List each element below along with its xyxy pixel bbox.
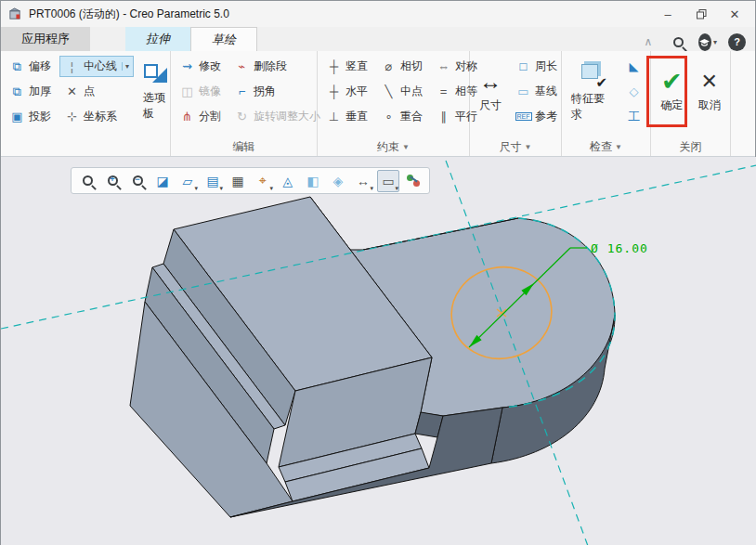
window-title: PRT0006 (活动的) - Creo Parametric 5.0 [29, 6, 229, 22]
saved-orientations-icon[interactable]: ▤▾ [202, 170, 224, 192]
tab-sketch[interactable]: 草绘 [190, 27, 257, 51]
help-icon[interactable]: ? [728, 33, 746, 51]
view-manager-icon[interactable]: ▦ [227, 170, 249, 192]
group-label-1: 编辑 [171, 137, 317, 156]
ribbon-group-sketching: ⧉偏移¦中心线▾⧉加厚✕点▣投影⊹坐标系选项板 [1, 51, 171, 156]
thicken-button[interactable]: ⧉加厚 [5, 81, 56, 102]
dimension-value[interactable]: Ø 16.00 [591, 241, 648, 255]
constraint-perpendicular-button[interactable]: ⊥垂直 [321, 106, 372, 127]
overlapping-geometry-button[interactable]: 工 [621, 106, 646, 128]
ribbon-group-关闭: ✔确定✕取消关闭 [651, 51, 731, 156]
project-button[interactable]: ▣投影 [5, 106, 56, 127]
constraint-horizontal-button-label: 水平 [345, 84, 368, 99]
learning-caret-icon: ▾ [713, 38, 717, 46]
thicken-icon: ⧉ [9, 84, 25, 99]
ok-button[interactable]: ✔确定 [655, 68, 689, 115]
constraint-horizontal-button[interactable]: ┼水平 [321, 81, 372, 102]
reference-dim-button-label: 参考 [535, 109, 557, 124]
cancel-button[interactable]: ✕取消 [693, 68, 727, 115]
reference-dim-button[interactable]: REF参考 [511, 106, 562, 127]
baseline-button[interactable]: ▭基线 [511, 81, 562, 102]
graphics-area[interactable]: +−◪▱▾▤▾▦⌖▾◬◧◈↔▾▭▾ [1, 157, 756, 545]
divide-button[interactable]: ⋔分割 [175, 106, 226, 127]
datum-display-icon[interactable]: ⌖▾ [252, 170, 274, 192]
mirror-button[interactable]: ◫镜像 [175, 81, 226, 102]
repaint-icon[interactable]: ◪ [151, 170, 174, 192]
modify-icon: ⇝ [179, 59, 195, 73]
offset-button-label: 偏移 [29, 58, 51, 74]
model-viewport[interactable]: Ø 16.00 [1, 157, 756, 545]
display-style-icon[interactable]: ▱▾ [176, 170, 199, 192]
constraint-tangent-button-label: 相切 [400, 58, 423, 74]
constraint-tangent-button[interactable]: ⌀相切 [376, 56, 427, 77]
corner-button-label: 拐角 [254, 84, 276, 99]
perimeter-button[interactable]: □周长 [511, 56, 562, 77]
part-3d-model[interactable] [130, 197, 615, 517]
constraint-midpoint-button[interactable]: ╲中点 [376, 81, 427, 102]
dimension-icon: ↔ [479, 70, 502, 94]
dimension-display-icon[interactable]: ↔▾ [352, 170, 374, 192]
collapse-ribbon-icon[interactable]: ∧ [639, 32, 658, 51]
cancel-button-label: 取消 [698, 97, 721, 113]
creo-window: PRT0006 (活动的) - Creo Parametric 5.0 – ✕ … [0, 0, 756, 545]
centerline-button-dropdown-icon[interactable]: ▾ [122, 62, 129, 71]
csys-button[interactable]: ⊹坐标系 [59, 106, 134, 127]
modify-button-label: 修改 [199, 58, 221, 74]
feature-requirements-button[interactable]: ✔特征要求 [566, 59, 618, 124]
feature-requirements-icon: ✔ [578, 61, 606, 87]
point-button-label: 点 [84, 84, 95, 99]
constraint-coincident-button[interactable]: ∘重合 [376, 106, 427, 127]
group-label-0 [1, 137, 170, 156]
perimeter-icon: □ [515, 59, 531, 73]
constraint-perpendicular-icon: ⊥ [326, 110, 342, 123]
close-button[interactable]: ✕ [727, 6, 742, 21]
constraint-midpoint-icon: ╲ [381, 84, 397, 98]
group-label-2[interactable]: 约束▼ [318, 137, 469, 156]
point-button[interactable]: ✕点 [59, 81, 134, 102]
sketch-display-icon[interactable]: ▭▾ [377, 170, 399, 192]
section-icon[interactable]: ◧ [302, 170, 324, 192]
search-icon[interactable] [669, 32, 687, 51]
offset-button[interactable]: ⧉偏移 [5, 56, 56, 77]
sketch-orientation-icon[interactable] [402, 170, 424, 192]
csys-icon: ⊹ [64, 110, 80, 123]
palette-icon [143, 62, 171, 86]
ribbon-group-检查: ✔特征要求◣◇工检查▼ [562, 51, 651, 156]
dimension-button[interactable]: ↔尺寸 [474, 68, 507, 115]
tab-applications[interactable]: 应用程序 [1, 27, 90, 51]
centerline-button[interactable]: ¦中心线▾ [59, 56, 134, 77]
delete-segment-button-label: 删除段 [254, 58, 287, 74]
constraint-equal-icon: = [436, 84, 451, 98]
minimize-button[interactable]: – [660, 6, 675, 21]
shade-closed-loops-button[interactable]: ◣ [621, 57, 646, 76]
zoom-refit-icon[interactable] [76, 170, 98, 192]
highlight-open-ends-button[interactable]: ◇ [621, 82, 646, 101]
dimension-button-label: 尺寸 [479, 97, 502, 113]
ribbon-group-编辑: ⇝修改⌁删除段◫镜像⌐拐角⋔分割↻旋转调整大小编辑 [171, 51, 318, 156]
ribbon-group-约束: ┼竖直⌀相切⇔对称┼水平╲中点=相等⊥垂直∘重合∥平行约束▼ [318, 51, 470, 156]
constraint-coincident-button-label: 重合 [400, 109, 423, 124]
constraint-vertical-button[interactable]: ┼竖直 [321, 56, 372, 77]
restore-button[interactable] [694, 6, 709, 21]
zoom-out-icon[interactable]: − [126, 170, 149, 192]
learning-center-icon[interactable]: ▾ [698, 32, 717, 51]
delete-segment-button[interactable]: ⌁删除段 [229, 56, 325, 77]
ok-button-label: 确定 [660, 97, 683, 113]
ribbon: ⧉偏移¦中心线▾⧉加厚✕点▣投影⊹坐标系选项板⇝修改⌁删除段◫镜像⌐拐角⋔分割↻… [1, 51, 755, 157]
baseline-icon: ▭ [515, 84, 531, 98]
corner-button[interactable]: ⌐拐角 [229, 81, 325, 102]
modify-button[interactable]: ⇝修改 [175, 56, 226, 77]
group-label-5: 关闭 [651, 137, 730, 156]
group-label-3[interactable]: 尺寸▼ [470, 137, 561, 156]
group-label-4[interactable]: 检查▼ [562, 137, 650, 156]
csys-button-label: 坐标系 [84, 109, 117, 124]
palette-button-label: 选项板 [143, 90, 171, 122]
rotate-resize-button[interactable]: ↻旋转调整大小 [229, 106, 325, 127]
perimeter-button-label: 周长 [535, 58, 557, 74]
transparent-model-icon[interactable]: ◈ [327, 170, 349, 192]
mirror-icon: ◫ [179, 84, 195, 98]
annotation-display-icon[interactable]: ◬ [277, 170, 299, 192]
divide-button-label: 分割 [199, 109, 221, 124]
tab-extrude[interactable]: 拉伸 [125, 27, 190, 51]
zoom-in-icon[interactable]: + [101, 170, 124, 192]
